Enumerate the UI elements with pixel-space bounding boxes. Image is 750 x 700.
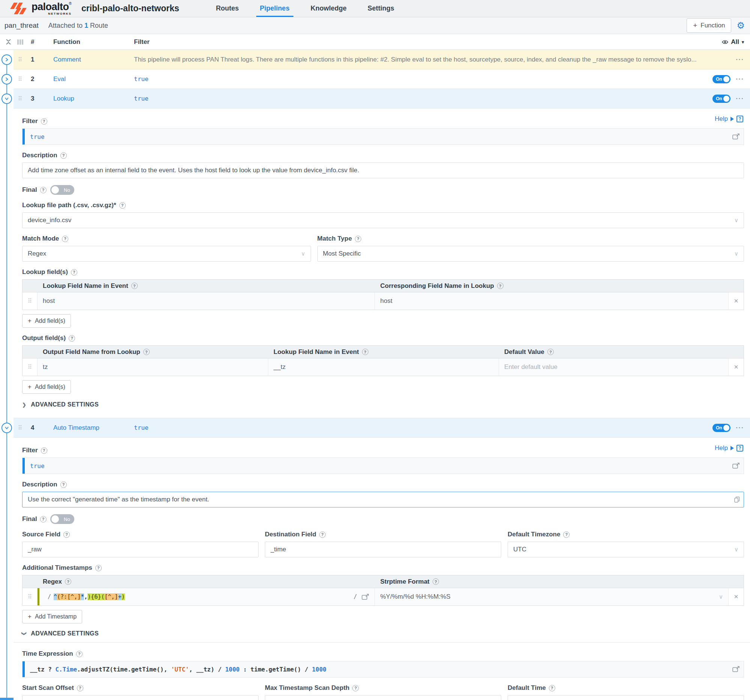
open-editor-icon[interactable] <box>732 134 740 140</box>
strptime-format-input[interactable]: %Y/%m/%d %H:%M:%S ∨ <box>375 588 728 605</box>
remove-row-icon[interactable]: ✕ <box>728 358 744 376</box>
help-circle-icon[interactable]: ? <box>355 236 361 242</box>
row-menu-icon[interactable]: ··· <box>733 424 747 432</box>
help-circle-icon[interactable]: ? <box>69 335 75 342</box>
drag-handle-icon[interactable]: ⠿ <box>18 76 25 82</box>
help-circle-icon[interactable]: ? <box>433 578 439 585</box>
help-circle-icon[interactable]: ? <box>40 187 46 193</box>
filter-expression-input[interactable]: true <box>22 457 744 474</box>
help-circle-icon[interactable]: ? <box>41 448 47 454</box>
help-circle-icon[interactable]: ? <box>549 685 555 691</box>
help-circle-icon[interactable]: ? <box>547 349 554 355</box>
function-on-toggle[interactable]: On <box>713 424 730 432</box>
help-circle-icon[interactable]: ? <box>63 531 70 538</box>
row-menu-icon[interactable]: ··· <box>733 95 747 103</box>
function-on-toggle[interactable]: On <box>713 95 730 103</box>
function-filter-value: true <box>134 424 707 431</box>
visibility-filter-dropdown[interactable]: All ▾ <box>722 38 744 46</box>
destination-field-input[interactable] <box>265 542 501 557</box>
help-circle-icon[interactable]: ? <box>95 565 102 571</box>
regex-input[interactable]: / ^(?:[^,]*,){6}([^,]+) / <box>37 588 375 605</box>
function-name-link[interactable]: Lookup <box>53 95 134 103</box>
add-fields-button[interactable]: + Add field(s) <box>22 314 71 328</box>
chevron-down-icon: ∨ <box>301 250 306 257</box>
filter-expression-input[interactable]: true <box>22 128 744 145</box>
open-editor-icon[interactable] <box>732 666 740 672</box>
function-list-header: # Function Filter All ▾ <box>0 34 750 50</box>
help-circle-icon[interactable]: ? <box>319 531 326 538</box>
match-mode-select[interactable]: Regex ∨ <box>22 246 311 262</box>
advanced-settings-toggle[interactable]: ❯ ADVANCED SETTINGS <box>22 401 744 408</box>
drag-handle-icon[interactable]: ⠿ <box>18 57 25 62</box>
match-type-select[interactable]: Most Specific ∨ <box>317 246 744 262</box>
row-menu-icon[interactable]: ··· <box>733 75 747 83</box>
drag-handle-icon[interactable]: ⠿ <box>23 588 37 605</box>
output-field-input[interactable]: tz <box>37 358 268 376</box>
expand-function-button[interactable] <box>2 54 12 65</box>
lookup-field-event-input[interactable]: __tz <box>268 358 499 376</box>
help-circle-icon[interactable]: ? <box>119 202 126 209</box>
time-expression-input[interactable]: __tz ? C.Time.adjustTZ(time.getTime(), '… <box>22 661 744 677</box>
help-circle-icon[interactable]: ? <box>362 349 369 355</box>
help-circle-icon[interactable]: ? <box>76 651 83 657</box>
row-menu-icon[interactable]: ··· <box>733 55 747 64</box>
copy-icon[interactable] <box>734 497 740 503</box>
collapse-function-button[interactable] <box>2 423 12 433</box>
function-name-link[interactable]: Auto Timestamp <box>53 424 134 432</box>
help-circle-icon[interactable]: ? <box>497 283 504 289</box>
drag-handle-icon[interactable]: ⠿ <box>18 96 25 102</box>
open-editor-icon[interactable] <box>362 594 369 600</box>
help-circle-icon[interactable]: ? <box>131 283 138 289</box>
tab-knowledge[interactable]: Knowledge <box>300 0 357 17</box>
function-on-toggle[interactable]: On <box>713 75 730 83</box>
help-circle-icon[interactable]: ? <box>40 516 46 523</box>
help-circle-icon[interactable]: ? <box>352 685 359 691</box>
help-circle-icon[interactable]: ? <box>65 578 71 585</box>
collapse-function-button[interactable] <box>2 94 12 104</box>
add-function-button[interactable]: + Function <box>687 18 731 33</box>
remove-row-icon[interactable]: ✕ <box>728 588 744 605</box>
help-circle-icon[interactable]: ? <box>143 349 150 355</box>
drag-handle-icon[interactable]: ⠿ <box>18 425 25 431</box>
route-count[interactable]: 1 <box>85 22 88 29</box>
open-editor-icon[interactable] <box>732 463 740 469</box>
tab-pipelines[interactable]: Pipelines <box>249 0 300 17</box>
lookup-file-path-select[interactable]: device_info.csv ∨ <box>22 212 744 228</box>
source-field-input[interactable] <box>22 542 258 557</box>
add-timestamp-button[interactable]: + Add Timestamp <box>22 610 82 623</box>
help-circle-icon[interactable]: ? <box>60 482 67 488</box>
function-name-link[interactable]: Comment <box>53 56 134 63</box>
tab-routes[interactable]: Routes <box>206 0 249 17</box>
filter-label: Filter <box>22 117 38 125</box>
advanced-settings-toggle[interactable]: ❯ ADVANCED SETTINGS <box>22 630 744 637</box>
default-value-input[interactable]: Enter default value <box>499 358 728 376</box>
drag-handle-icon[interactable]: ⠿ <box>23 358 37 376</box>
default-timezone-select[interactable]: UTC ∨ <box>508 542 744 557</box>
gear-icon[interactable]: ⚙ <box>736 21 745 30</box>
lookup-field-event-input[interactable]: host <box>37 292 375 310</box>
start-scan-offset-input[interactable] <box>22 695 258 700</box>
add-fields-button[interactable]: + Add field(s) <box>22 380 71 394</box>
expand-function-button[interactable] <box>2 74 12 85</box>
help-link[interactable]: Help ? <box>715 445 743 452</box>
help-link[interactable]: Help ? <box>715 115 743 123</box>
help-circle-icon[interactable]: ? <box>41 118 47 125</box>
description-input[interactable] <box>22 163 744 178</box>
help-circle-icon[interactable]: ? <box>60 152 67 159</box>
help-circle-icon[interactable]: ? <box>77 685 83 691</box>
description-input[interactable] <box>22 492 744 508</box>
help-circle-icon[interactable]: ? <box>71 269 77 275</box>
drag-handle-icon[interactable]: ⠿ <box>23 292 37 310</box>
final-toggle[interactable]: No <box>50 514 74 524</box>
function-name-link[interactable]: Eval <box>53 75 134 83</box>
columns-icon[interactable] <box>17 39 26 45</box>
corresponding-field-input[interactable]: host <box>375 292 728 310</box>
remove-row-icon[interactable]: ✕ <box>728 292 744 310</box>
final-toggle[interactable]: No <box>50 185 74 195</box>
collapse-all-icon[interactable] <box>5 39 12 45</box>
help-circle-icon[interactable]: ? <box>62 236 68 242</box>
tab-settings[interactable]: Settings <box>357 0 405 17</box>
max-scan-depth-input[interactable] <box>265 695 501 700</box>
default-time-select[interactable]: Current Time ∨ <box>508 695 744 700</box>
help-circle-icon[interactable]: ? <box>563 531 570 538</box>
